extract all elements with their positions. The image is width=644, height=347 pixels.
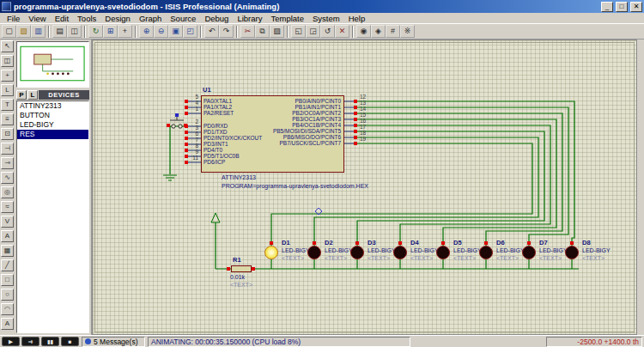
- menu-system[interactable]: System: [308, 14, 344, 23]
- led-text: <TEXT>: [410, 255, 433, 261]
- buses-icon[interactable]: ≡: [1, 113, 14, 125]
- mark-print-area-icon[interactable]: ◫: [67, 25, 82, 38]
- 2d-line-icon[interactable]: ╱: [1, 259, 14, 271]
- false-origin-icon[interactable]: +: [118, 25, 132, 38]
- sidebar: P L DEVICES ATTINY2313BUTTONLED-BIGYRES: [15, 40, 92, 335]
- menu-edit[interactable]: Edit: [51, 14, 73, 23]
- pick-device-icon[interactable]: ◉: [356, 25, 371, 38]
- pin-number: 6: [187, 131, 198, 137]
- menu-tools[interactable]: Tools: [73, 14, 100, 23]
- toolbar-separator: [48, 26, 50, 38]
- coordinate-display: -2500.0 +1400.0 th: [546, 337, 642, 347]
- menu-design[interactable]: Design: [100, 14, 135, 23]
- 2d-circle-icon[interactable]: ○: [1, 289, 14, 301]
- save-file-icon[interactable]: ▥: [31, 25, 46, 38]
- block-move-icon[interactable]: ◲: [306, 25, 320, 38]
- text-script-icon[interactable]: T: [1, 99, 14, 111]
- pin-label: PB4/OC1B/PCINT4: [292, 122, 341, 128]
- current-probe-icon[interactable]: A: [1, 230, 14, 242]
- step-button[interactable]: ⇉: [21, 337, 39, 346]
- led-value: LED-BIGY: [496, 247, 525, 253]
- schematic-overview: [16, 41, 89, 88]
- device-item-res[interactable]: RES: [17, 130, 88, 139]
- open-file-icon[interactable]: ▧: [16, 25, 31, 38]
- 2d-box-icon[interactable]: □: [1, 274, 14, 286]
- stop-button[interactable]: ■: [61, 337, 79, 346]
- resistor-ref: R1: [233, 256, 241, 264]
- play-button[interactable]: ▶: [2, 337, 20, 346]
- packaging-tool-icon[interactable]: #: [386, 25, 400, 38]
- pin-label: PD3/INT1: [204, 141, 228, 147]
- toggle-grid-icon[interactable]: ⊞: [103, 25, 118, 38]
- menu-source[interactable]: Source: [166, 14, 200, 23]
- menu-debug[interactable]: Debug: [200, 14, 233, 23]
- zoom-area-icon[interactable]: ◰: [183, 25, 197, 38]
- led-d5[interactable]: [436, 246, 450, 259]
- schematic-canvas[interactable]: U1ATTINY2313PROGRAM=programma-upravlenya…: [92, 40, 637, 335]
- redraw-icon[interactable]: ↻: [88, 25, 103, 38]
- led-d2[interactable]: [307, 246, 321, 259]
- decompose-icon[interactable]: ※: [400, 25, 415, 38]
- menu-bar: FileViewEditToolsDesignGraphSourceDebugL…: [0, 13, 644, 24]
- led-ref: D2: [325, 239, 333, 247]
- voltage-probe-icon[interactable]: V: [1, 216, 14, 228]
- pin-number: 4: [187, 100, 198, 106]
- maximize-button[interactable]: □: [616, 2, 628, 12]
- toolbar-separator: [352, 26, 354, 38]
- devices-title: DEVICES: [39, 90, 89, 100]
- led-d3[interactable]: [350, 246, 364, 259]
- menu-help[interactable]: Help: [344, 14, 370, 23]
- terminals-icon[interactable]: ⊣: [1, 143, 14, 155]
- menu-view[interactable]: View: [24, 14, 50, 23]
- library-button[interactable]: L: [27, 90, 38, 100]
- minimize-button[interactable]: _: [601, 2, 613, 12]
- block-copy-icon[interactable]: ◱: [291, 25, 306, 38]
- menu-library[interactable]: Library: [233, 14, 266, 23]
- menu-graph[interactable]: Graph: [135, 14, 166, 23]
- device-pins-icon[interactable]: ⊸: [1, 157, 14, 169]
- redo-icon[interactable]: ↷: [219, 25, 234, 38]
- menu-template[interactable]: Template: [266, 14, 308, 23]
- virtual-instruments-icon[interactable]: ▦: [1, 245, 14, 257]
- led-d6[interactable]: [479, 246, 493, 259]
- led-d4[interactable]: [393, 246, 407, 259]
- resistor-r1[interactable]: [231, 265, 252, 272]
- message-count[interactable]: 5 Message(s): [82, 337, 145, 347]
- tape-recorder-icon[interactable]: ◎: [1, 186, 14, 198]
- device-item-led-bigy[interactable]: LED-BIGY: [17, 120, 88, 130]
- menu-file[interactable]: File: [3, 14, 24, 23]
- pick-devices-button[interactable]: P: [16, 90, 27, 100]
- led-d1[interactable]: [264, 246, 278, 259]
- status-bar: ▶⇉▮▮■ 5 Message(s) ANIMATING: 00:00:35.1…: [0, 335, 644, 347]
- new-file-icon[interactable]: ▢: [2, 25, 16, 38]
- graph-mode-icon[interactable]: ∿: [1, 172, 14, 184]
- led-d8[interactable]: [565, 246, 579, 259]
- led-d7[interactable]: [522, 246, 536, 259]
- wire-label-icon[interactable]: L: [1, 84, 14, 96]
- pause-button[interactable]: ▮▮: [41, 337, 59, 346]
- 2d-text-icon[interactable]: A: [1, 318, 14, 330]
- coordinate-x: -2500.0: [577, 338, 602, 346]
- make-device-icon[interactable]: ◈: [371, 25, 386, 38]
- component-mode-icon[interactable]: ◫: [1, 55, 14, 67]
- 2d-arc-icon[interactable]: ◠: [1, 303, 14, 315]
- zoom-out-icon[interactable]: ⊖: [154, 25, 168, 38]
- subcircuit-icon[interactable]: ⊡: [1, 128, 14, 140]
- close-button[interactable]: ✕: [630, 2, 642, 12]
- junction-dot-icon[interactable]: +: [1, 70, 14, 82]
- copy-icon[interactable]: ⧉: [255, 25, 270, 38]
- block-delete-icon[interactable]: ✕: [335, 25, 349, 38]
- block-rotate-icon[interactable]: ↺: [320, 25, 335, 38]
- print-icon[interactable]: ▤: [52, 25, 67, 38]
- pin-label: PA0/XTAL1: [204, 98, 232, 104]
- device-item-button[interactable]: BUTTON: [17, 111, 88, 120]
- generator-mode-icon[interactable]: ≈: [1, 201, 14, 213]
- paste-icon[interactable]: ▨: [270, 25, 284, 38]
- device-item-attiny2313[interactable]: ATTINY2313: [17, 101, 88, 111]
- pin-label: PD5/T1/OC0B: [204, 153, 240, 159]
- selection-pointer-icon[interactable]: ↖: [1, 40, 14, 52]
- undo-icon[interactable]: ↶: [204, 25, 219, 38]
- zoom-in-icon[interactable]: ⊕: [139, 25, 154, 38]
- cut-icon[interactable]: ✂: [240, 25, 255, 38]
- zoom-all-icon[interactable]: ▣: [168, 25, 183, 38]
